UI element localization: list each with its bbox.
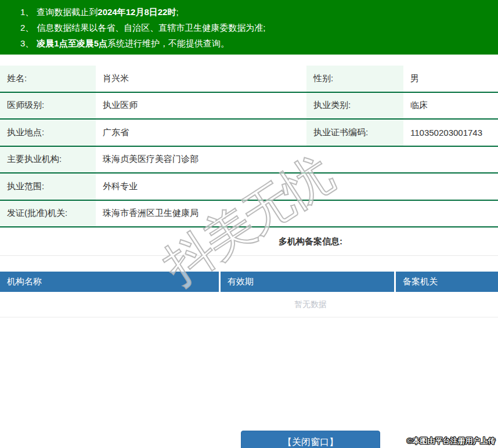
field-doctor-level-value: 执业医师 — [96, 93, 306, 119]
notice-line-3: 3、凌晨1点至凌晨5点系统进行维护，不能提供查询。 — [20, 35, 498, 51]
table-row: 姓名: 肖兴米 性别: 男 — [0, 66, 498, 93]
notice-number: 3、 — [20, 38, 34, 48]
field-cert-code-value: 110350203001743 — [403, 120, 498, 146]
notice-text-bold: 2024年12月8日22时 — [98, 7, 176, 17]
field-gender-label: 性别: — [306, 66, 403, 92]
notice-line-1: 1、查询数据截止到2024年12月8日22时; — [20, 4, 498, 20]
column-header-org-name: 机构名称 — [0, 272, 219, 292]
table-row: 医师级别: 执业医师 执业类别: 临床 — [0, 93, 498, 120]
field-main-org-value: 珠海贞美医疗美容门诊部 — [96, 147, 498, 173]
field-cert-code-label: 执业证书编码: — [306, 120, 403, 146]
notice-text: 查询数据截止到 — [37, 7, 98, 17]
field-name-label: 姓名: — [0, 66, 96, 92]
table-row: 发证(批准)机关: 珠海市香洲区卫生健康局 — [0, 201, 498, 228]
field-practice-place-value: 广东省 — [96, 120, 306, 146]
notice-bar: 1、查询数据截止到2024年12月8日22时; 2、信息数据结果以各省、自治区、… — [0, 0, 498, 55]
field-main-org-label: 主要执业机构: — [0, 147, 96, 173]
field-practice-place-label: 执业地点: — [0, 120, 96, 146]
field-practice-type-value: 临床 — [403, 93, 498, 119]
page-content: 1、查询数据截止到2024年12月8日22时; 2、信息数据结果以各省、自治区、… — [0, 0, 498, 448]
table-row: 执业地点: 广东省 执业证书编码: 110350203001743 — [0, 120, 498, 147]
filing-section-title: 多机构备案信息: — [0, 227, 498, 256]
uploader-stamp-text: ©本图由平台注册用户上传 — [407, 436, 496, 446]
notice-text: 信息数据结果以各省、自治区、直辖市卫生健康委数据为准; — [37, 23, 265, 32]
field-issuer-label: 发证(批准)机关: — [0, 201, 96, 227]
column-header-filing-authority: 备案机关 — [394, 272, 498, 292]
notice-text-bold: 凌晨1点至凌晨5点 — [37, 38, 107, 48]
empty-state-text: 暂无数据 — [0, 292, 498, 317]
field-name-value: 肖兴米 — [96, 66, 306, 92]
close-window-button[interactable]: 【关闭窗口】 — [241, 431, 380, 448]
field-doctor-level-label: 医师级别: — [0, 93, 96, 119]
column-header-validity: 有效期 — [219, 272, 394, 292]
table-row: 执业范围: 外科专业 — [0, 174, 498, 201]
filing-table-header: 机构名称 有效期 备案机关 — [0, 272, 498, 292]
field-practice-type-label: 执业类别: — [306, 93, 403, 119]
notice-number: 2、 — [20, 23, 34, 32]
field-issuer-value: 珠海市香洲区卫生健康局 — [96, 201, 498, 227]
table-row: 主要执业机构: 珠海贞美医疗美容门诊部 — [0, 147, 498, 174]
field-gender-value: 男 — [403, 66, 498, 92]
field-scope-label: 执业范围: — [0, 174, 96, 200]
notice-line-2: 2、信息数据结果以各省、自治区、直辖市卫生健康委数据为准; — [20, 20, 498, 35]
field-scope-value: 外科专业 — [96, 174, 498, 200]
notice-number: 1、 — [20, 7, 34, 17]
notice-text: ; — [176, 7, 178, 17]
notice-text: 系统进行维护，不能提供查询。 — [107, 38, 229, 48]
practitioner-info-table: 姓名: 肖兴米 性别: 男 医师级别: 执业医师 执业类别: 临床 执业地点: … — [0, 66, 498, 227]
